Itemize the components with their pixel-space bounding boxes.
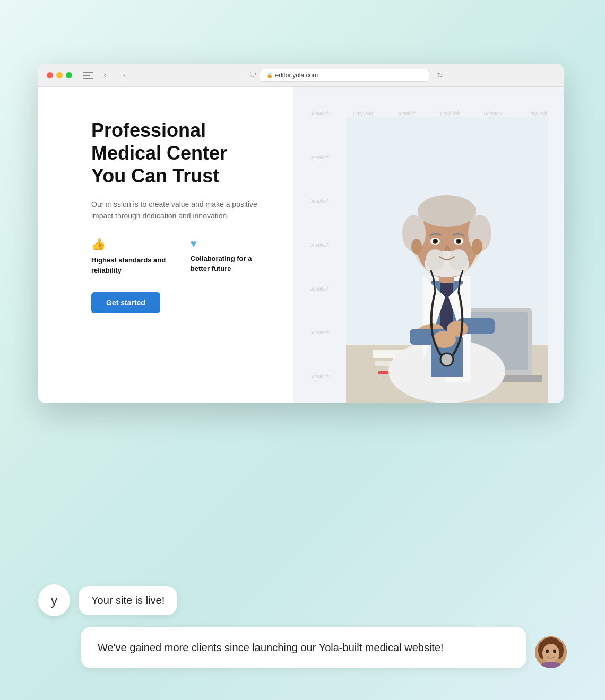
- website-right-panel: Unsplash Unsplash Unsplash Unsplash Unsp…: [293, 87, 564, 403]
- thumbs-up-icon: 👍: [91, 238, 169, 251]
- get-started-button[interactable]: Get started: [91, 292, 160, 313]
- close-button[interactable]: [47, 72, 53, 78]
- chat-section: y Your site is live! We've gained more c…: [38, 584, 567, 668]
- url-text: editor.yola.com: [275, 72, 318, 79]
- testimonial-bubble: We've gained more clients since launchin…: [81, 627, 526, 668]
- user-avatar-image: [535, 636, 567, 668]
- yola-avatar-letter: y: [51, 592, 58, 609]
- feature-item-standards: 👍 Highest standards and reliability: [91, 238, 169, 275]
- svg-point-37: [472, 239, 482, 255]
- forward-button[interactable]: ›: [117, 70, 132, 81]
- doctor-illustration: [346, 117, 548, 403]
- site-live-message: Your site is live!: [91, 594, 165, 606]
- traffic-lights: [47, 72, 72, 78]
- address-bar-container: 🛡 🔒 editor.yola.com ↻: [137, 69, 555, 82]
- browser-chrome: ‹ › 🛡 🔒 editor.yola.com ↻: [38, 64, 564, 87]
- svg-point-32: [457, 240, 461, 243]
- svg-point-43: [546, 650, 549, 653]
- svg-point-42: [542, 644, 559, 663]
- feature-item-collaborating: ♥ Collaborating for a better future: [191, 238, 266, 275]
- testimonial-message: We've gained more clients since launchin…: [98, 642, 444, 653]
- reload-button[interactable]: ↻: [437, 71, 443, 80]
- heart-icon: ♥: [191, 238, 266, 250]
- back-button[interactable]: ‹: [98, 70, 113, 81]
- maximize-button[interactable]: [66, 72, 72, 78]
- shield-icon: 🛡: [249, 71, 256, 79]
- svg-point-36: [411, 239, 422, 255]
- user-avatar: [535, 636, 567, 668]
- svg-point-44: [553, 650, 556, 653]
- testimonial-row: We've gained more clients since launchin…: [38, 627, 567, 668]
- site-live-bubble: Your site is live!: [79, 586, 177, 615]
- doctor-image-area: [293, 87, 564, 403]
- hero-subtitle: Our mission is to create value and make …: [91, 198, 266, 222]
- website-content: Professional Medical Center You Can Trus…: [38, 87, 564, 403]
- hero-title: Professional Medical Center You Can Trus…: [91, 119, 266, 188]
- sidebar-toggle-icon[interactable]: [83, 72, 93, 79]
- feature-label-standards: Highest standards and reliability: [91, 256, 169, 275]
- features-row: 👍 Highest standards and reliability ♥ Co…: [91, 238, 266, 275]
- website-left-panel: Professional Medical Center You Can Trus…: [38, 87, 293, 403]
- minimize-button[interactable]: [56, 72, 63, 78]
- svg-point-34: [426, 249, 445, 270]
- svg-point-20: [440, 353, 453, 366]
- svg-point-19: [447, 321, 468, 337]
- address-bar[interactable]: 🔒 editor.yola.com: [260, 69, 429, 82]
- yola-avatar: y: [38, 584, 70, 616]
- svg-point-26: [418, 195, 476, 227]
- lock-icon: 🔒: [266, 72, 273, 78]
- svg-point-31: [434, 240, 437, 243]
- browser-window: ‹ › 🛡 🔒 editor.yola.com ↻ Professional M…: [38, 64, 564, 403]
- svg-point-35: [449, 249, 468, 270]
- site-live-notification-row: y Your site is live!: [38, 584, 567, 616]
- browser-controls: ‹ ›: [83, 70, 132, 81]
- feature-label-collaborating: Collaborating for a better future: [191, 254, 266, 273]
